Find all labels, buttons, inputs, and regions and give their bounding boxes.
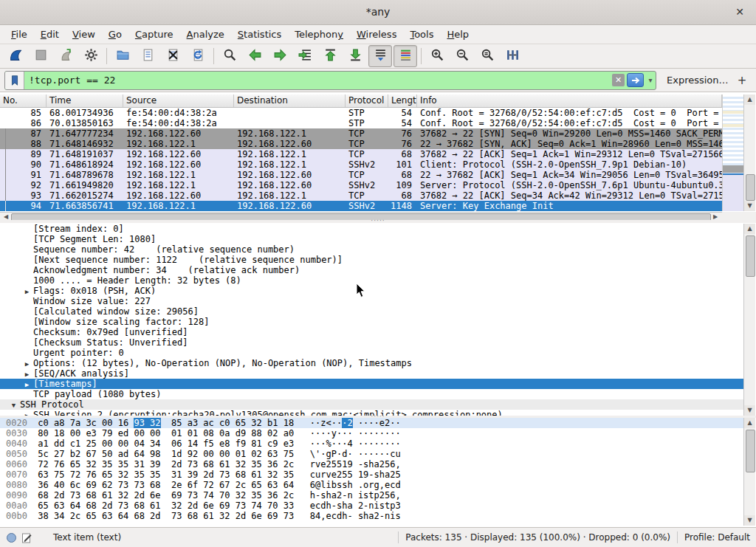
expand-icon[interactable]: ▶: [21, 286, 33, 297]
expand-icon[interactable]: ▶: [21, 369, 33, 379]
hex-row-00b0[interactable]: 00b0 38 34 2c 65 63 64 68 2d 73 68 61 32…: [0, 511, 744, 521]
close-file-button[interactable]: [161, 45, 185, 67]
detail-row[interactable]: Acknowledgment number: 34 (relative ack …: [0, 265, 744, 275]
expression-button[interactable]: Expression…: [667, 75, 729, 86]
scroll-up-icon[interactable]: ▲: [744, 224, 755, 234]
packet-list-minimap[interactable]: [722, 94, 744, 211]
detail-row[interactable]: [Window size scaling factor: 128]: [0, 317, 744, 327]
detail-row[interactable]: TCP payload (1080 bytes): [0, 389, 744, 399]
menu-help[interactable]: Help: [440, 27, 475, 42]
scrollbar-thumb[interactable]: [746, 430, 755, 472]
find-packet-button[interactable]: [218, 45, 241, 67]
apply-filter-button[interactable]: [627, 73, 644, 87]
go-last-button[interactable]: [343, 45, 367, 67]
display-filter-field[interactable]: !tcp.port == 22 ✕ ▾: [4, 71, 656, 90]
detail-row[interactable]: Checksum: 0x79ed [unverified]: [0, 327, 744, 337]
detail-row[interactable]: ▶Flags: 0x018 (PSH, ACK): [0, 286, 744, 296]
column-header-info[interactable]: Info: [417, 94, 722, 107]
detail-row[interactable]: [Next sequence number: 1122 (relative se…: [0, 255, 744, 265]
packet-row-93[interactable]: 9371.662015274192.168.122.60192.168.122.…: [0, 190, 722, 201]
capture-comment-icon[interactable]: [21, 532, 32, 543]
auto-scroll-button[interactable]: [368, 45, 392, 67]
menu-analyze[interactable]: Analyze: [180, 27, 231, 42]
scroll-down-icon[interactable]: ▼: [744, 515, 755, 526]
menu-view[interactable]: View: [66, 27, 102, 42]
restart-capture-button[interactable]: [54, 45, 78, 67]
menu-go[interactable]: Go: [102, 27, 128, 42]
detail-row[interactable]: ▼SSH Protocol: [0, 399, 744, 410]
filter-input[interactable]: !tcp.port == 22: [24, 75, 612, 86]
detail-row[interactable]: Window size value: 227: [0, 296, 744, 306]
column-header-time[interactable]: Time: [47, 94, 123, 107]
scroll-up-icon[interactable]: ▲: [744, 94, 755, 105]
go-to-packet-button[interactable]: [293, 45, 317, 67]
packet-row-87[interactable]: 8771.647777234192.168.122.60192.168.122.…: [0, 128, 722, 139]
expand-icon[interactable]: ▶: [21, 379, 33, 390]
expert-info-icon[interactable]: [6, 532, 17, 543]
detail-row[interactable]: ▶[SEQ/ACK analysis]: [0, 368, 744, 379]
scroll-up-icon[interactable]: ▲: [744, 418, 755, 428]
packet-row-92[interactable]: 9271.661949820192.168.122.1192.168.122.6…: [0, 180, 722, 190]
packet-row-90[interactable]: 9071.648618924192.168.122.60192.168.122.…: [0, 159, 722, 170]
scrollbar-thumb[interactable]: [746, 174, 755, 201]
detail-row[interactable]: Sequence number: 42 (relative sequence n…: [0, 244, 744, 255]
go-back-button[interactable]: [243, 45, 267, 67]
detail-row[interactable]: [Checksum Status: Unverified]: [0, 337, 744, 348]
clear-filter-button[interactable]: ✕: [612, 74, 625, 86]
detail-row[interactable]: 1000 .... = Header Length: 32 bytes (8): [0, 275, 744, 286]
column-header-no[interactable]: No.: [0, 94, 47, 107]
detail-row[interactable]: [Calculated window size: 29056]: [0, 306, 744, 317]
menu-edit[interactable]: Edit: [34, 27, 66, 42]
zoom-in-button[interactable]: [425, 45, 449, 67]
packet-row-85[interactable]: 8568.001734936fe:54:00:d4:38:2aSTP54Conf…: [0, 108, 722, 118]
pane-splitter[interactable]: ·····: [0, 220, 756, 223]
hex-row-0090[interactable]: 0090 68 2d 73 68 61 32 2d 6e 69 73 74 70…: [0, 490, 744, 500]
start-capture-button[interactable]: [4, 45, 27, 67]
detail-row[interactable]: [Stream index: 0]: [0, 224, 744, 234]
column-header-source[interactable]: Source: [123, 94, 234, 107]
add-filter-button[interactable]: +: [734, 72, 750, 89]
go-forward-button[interactable]: [268, 45, 292, 67]
menu-telephony[interactable]: Telephony: [288, 27, 350, 42]
packet-list-scrollbar[interactable]: ▲ ▼: [743, 94, 755, 211]
filter-history-dropdown[interactable]: ▾: [645, 76, 656, 84]
scroll-down-icon[interactable]: ▼: [744, 201, 755, 211]
scroll-down-icon[interactable]: ▼: [744, 405, 755, 416]
profile-button[interactable]: Profile: Default: [684, 532, 750, 543]
detail-row[interactable]: Urgent pointer: 0: [0, 348, 744, 358]
hex-row-0060[interactable]: 0060 72 76 65 32 35 35 31 39 2d 73 68 61…: [0, 459, 744, 469]
hex-row-0080[interactable]: 0080 36 40 6c 69 62 73 73 68 2e 6f 72 67…: [0, 480, 744, 490]
hex-row-0070[interactable]: 0070 63 75 72 76 65 32 35 35 31 39 2d 73…: [0, 469, 744, 480]
menu-file[interactable]: File: [4, 27, 34, 42]
detail-row[interactable]: ▶[Timestamps]: [0, 379, 744, 389]
expand-icon[interactable]: ▶: [21, 359, 33, 369]
details-scrollbar[interactable]: ▲ ▼: [743, 224, 755, 416]
packet-row-88[interactable]: 8871.648146932192.168.122.1192.168.122.6…: [0, 139, 722, 149]
menu-capture[interactable]: Capture: [128, 27, 180, 42]
open-file-button[interactable]: [111, 45, 134, 67]
column-header-length[interactable]: Length: [388, 94, 417, 107]
colorize-button[interactable]: [394, 45, 417, 67]
stop-capture-button[interactable]: [29, 45, 52, 67]
hex-row-0050[interactable]: 0050 5c 27 b2 67 50 ad 64 98 1d 92 00 00…: [0, 449, 744, 459]
hex-row-00a0[interactable]: 00a0 65 63 64 68 2d 73 68 61 32 2d 6e 69…: [0, 500, 744, 511]
detail-row[interactable]: [TCP Segment Len: 1080]: [0, 234, 744, 244]
packet-row-91[interactable]: 9171.648789678192.168.122.1192.168.122.6…: [0, 170, 722, 180]
detail-row[interactable]: ▶Options: (12 bytes), No-Operation (NOP)…: [0, 358, 744, 368]
menu-wireless[interactable]: Wireless: [350, 27, 403, 42]
reload-file-button[interactable]: [186, 45, 210, 67]
filter-bookmark-button[interactable]: [5, 72, 24, 89]
scrollbar-thumb[interactable]: [746, 235, 755, 277]
packet-row-86[interactable]: 8670.013850163fe:54:00:d4:38:2aSTP54Conf…: [0, 118, 722, 128]
hex-row-0040[interactable]: 0040 a1 dd c1 25 00 00 04 34 06 14 f5 e8…: [0, 438, 744, 449]
menu-tools[interactable]: Tools: [403, 27, 440, 42]
go-first-button[interactable]: [318, 45, 342, 67]
bytes-scrollbar[interactable]: ▲ ▼: [743, 418, 755, 526]
resize-columns-button[interactable]: [501, 45, 524, 67]
column-header-destination[interactable]: Destination: [234, 94, 346, 107]
capture-options-button[interactable]: [79, 45, 103, 67]
close-window-button[interactable]: ✕: [732, 0, 748, 24]
save-file-button[interactable]: [136, 45, 159, 67]
expand-icon[interactable]: ▶: [21, 410, 33, 416]
packet-row-89[interactable]: 8971.648191037192.168.122.60192.168.122.…: [0, 149, 722, 159]
